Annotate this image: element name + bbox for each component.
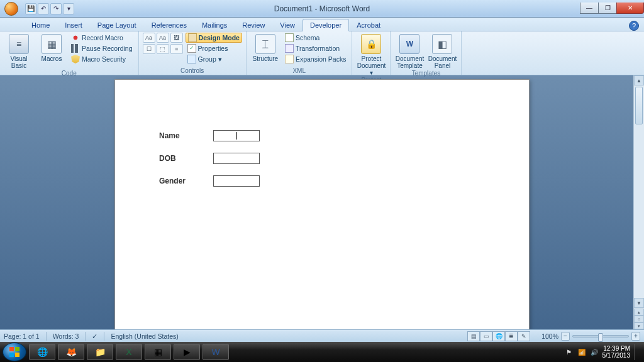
macros-icon (42, 34, 62, 54)
ribbon: Visual Basic Macros Record Macro Pause R… (0, 31, 644, 75)
status-page[interactable]: Page: 1 of 1 (4, 332, 40, 340)
controls-gallery[interactable]: AaAa🖼 ☐⬚≡ (143, 33, 183, 54)
pause-recording-button[interactable]: Pause Recording (69, 43, 135, 53)
field-name[interactable] (213, 130, 260, 141)
system-clock[interactable]: 12:39 PM 5/17/2013 (602, 345, 631, 359)
document-panel-button[interactable]: Document Panel (427, 33, 457, 69)
taskbar-chrome[interactable]: 🌐 (29, 344, 55, 360)
tab-references[interactable]: References (144, 19, 194, 31)
taskbar-media[interactable]: ▶ (174, 344, 200, 360)
group-label-xml: XML (250, 67, 348, 75)
view-print-layout[interactable]: ▤ (467, 331, 480, 341)
record-macro-button[interactable]: Record Macro (69, 33, 135, 43)
macros-button[interactable]: Macros (36, 33, 67, 69)
protect-document-button[interactable]: Protect Document ▾ (356, 33, 386, 76)
prev-page-button[interactable]: ▴ (634, 309, 644, 315)
design-mode-button[interactable]: Design Mode (186, 33, 242, 43)
template-icon (399, 34, 419, 54)
window-title: Document1 - Microsoft Word (274, 4, 370, 13)
group-label-controls: Controls (143, 67, 242, 75)
zoom-out-button[interactable]: − (561, 332, 570, 341)
view-buttons: ▤ ▭ 🌐 ≣ ✎ (467, 331, 530, 341)
panel-icon (432, 34, 452, 54)
taskbar-explorer[interactable]: 📁 (87, 344, 113, 360)
shield-icon (71, 55, 80, 63)
tab-page-layout[interactable]: Page Layout (90, 19, 144, 31)
macro-security-button[interactable]: Macro Security (69, 54, 135, 64)
qat-undo[interactable]: ↶ (38, 3, 49, 14)
protect-icon (361, 34, 381, 54)
office-button[interactable] (0, 0, 23, 18)
status-proofing-icon[interactable]: ✓ (92, 332, 97, 340)
zoom-in-button[interactable]: + (631, 332, 640, 341)
close-button[interactable]: ✕ (616, 3, 644, 14)
tray-action-center-icon[interactable]: ⚑ (565, 348, 574, 356)
group-icon (187, 55, 196, 63)
properties-icon (187, 44, 196, 53)
field-gender[interactable] (213, 175, 260, 187)
schema-icon (285, 33, 294, 42)
structure-icon (255, 34, 275, 54)
tab-mailings[interactable]: Mailings (194, 19, 235, 31)
view-outline[interactable]: ≣ (505, 331, 518, 341)
tab-review[interactable]: Review (235, 19, 272, 31)
status-words[interactable]: Words: 3 (53, 332, 79, 340)
tab-view[interactable]: View (272, 19, 303, 31)
taskbar-word[interactable]: W (203, 344, 229, 360)
status-language[interactable]: English (United States) (111, 332, 178, 340)
start-button[interactable] (3, 343, 26, 361)
label-name: Name (159, 131, 213, 140)
view-draft[interactable]: ✎ (518, 331, 530, 341)
view-full-screen[interactable]: ▭ (480, 331, 492, 341)
record-icon (71, 33, 80, 42)
qat-redo[interactable]: ↷ (50, 3, 62, 14)
vertical-scrollbar[interactable]: ▲ ▼ ▴ ○ ▾ (633, 75, 644, 329)
tab-developer[interactable]: Developer (303, 19, 349, 31)
visual-basic-button[interactable]: Visual Basic (4, 33, 34, 69)
taskbar-app[interactable]: ▦ (145, 344, 171, 360)
maximize-button[interactable]: ❐ (598, 3, 617, 14)
visual-basic-icon (9, 34, 29, 54)
taskbar: 🌐 🦊 📁 X ▦ ▶ W ⚑ 📶 🔊 12:39 PM 5/17/2013 (0, 342, 644, 362)
field-dob[interactable] (213, 153, 260, 164)
tray-network-icon[interactable]: 📶 (577, 348, 586, 356)
expansion-packs-button[interactable]: Expansion Packs (283, 54, 348, 64)
structure-button[interactable]: Structure (250, 33, 280, 67)
tab-acrobat[interactable]: Acrobat (349, 19, 388, 31)
taskbar-firefox[interactable]: 🦊 (58, 344, 84, 360)
zoom-slider[interactable] (572, 335, 629, 337)
scroll-thumb[interactable] (635, 87, 643, 124)
tray-volume-icon[interactable]: 🔊 (590, 348, 599, 356)
help-button[interactable]: ? (629, 21, 639, 31)
taskbar-excel[interactable]: X (116, 344, 142, 360)
qat-save[interactable]: 💾 (25, 3, 36, 14)
group-button[interactable]: Group ▾ (186, 54, 242, 64)
view-web-layout[interactable]: 🌐 (492, 331, 505, 341)
properties-button[interactable]: Properties (186, 43, 242, 53)
scroll-up-icon[interactable]: ▲ (634, 75, 644, 85)
transformation-button[interactable]: Transformation (283, 43, 348, 53)
scroll-down-icon[interactable]: ▼ (634, 298, 644, 308)
label-gender: Gender (159, 177, 213, 185)
status-bar: Page: 1 of 1 Words: 3 ✓ English (United … (0, 329, 644, 342)
show-desktop-button[interactable] (634, 344, 639, 360)
expansion-icon (285, 55, 294, 63)
transformation-icon (285, 44, 294, 53)
design-mode-icon (188, 33, 197, 42)
label-dob: DOB (159, 154, 213, 163)
tab-home[interactable]: Home (24, 19, 57, 31)
pause-icon (71, 44, 80, 53)
browse-object-button[interactable]: ○ (634, 315, 644, 322)
document-page[interactable]: Name DOB Gender (114, 79, 530, 329)
qat-customize[interactable]: ▾ (63, 3, 74, 14)
next-page-button[interactable]: ▾ (634, 322, 644, 329)
schema-button[interactable]: Schema (283, 33, 348, 43)
minimize-button[interactable]: — (580, 3, 599, 14)
ribbon-tabs: Home Insert Page Layout References Maili… (0, 18, 644, 31)
document-template-button[interactable]: Document Template (394, 33, 425, 69)
zoom-value[interactable]: 100% (541, 332, 558, 340)
tab-insert[interactable]: Insert (57, 19, 90, 31)
document-area: Name DOB Gender (0, 75, 644, 329)
